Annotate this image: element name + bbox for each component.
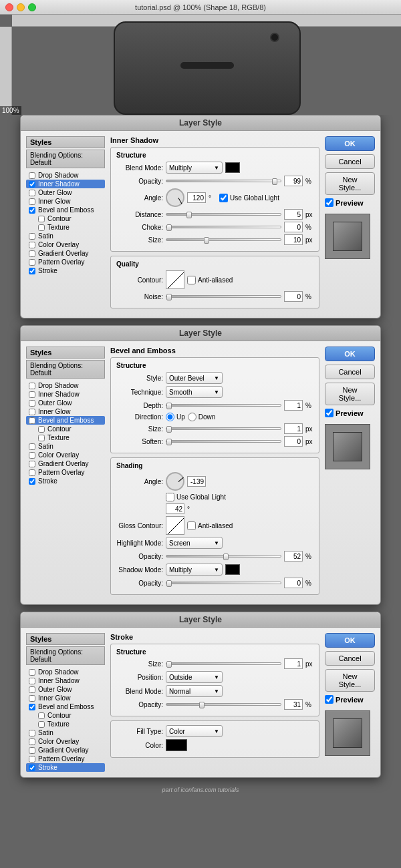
drop-shadow-check-3[interactable] (29, 669, 35, 676)
choke-value-1[interactable] (284, 222, 303, 232)
inner-shadow-check-3[interactable] (29, 678, 35, 684)
stroke-color-box-3[interactable] (166, 739, 187, 751)
blending-options-3[interactable]: Blending Options: Default (26, 646, 105, 665)
position-dropdown-3[interactable]: Outside ▼ (166, 671, 223, 683)
depth-thumb-2[interactable] (166, 403, 172, 409)
inner-glow-check-2[interactable] (29, 409, 35, 415)
cancel-button-1[interactable]: Cancel (325, 154, 375, 169)
depth-slider-2[interactable] (166, 404, 281, 407)
distance-slider-1[interactable] (166, 213, 281, 216)
style-bevel-emboss-1[interactable]: Bevel and Emboss (26, 206, 105, 214)
global-light-check-2[interactable] (166, 493, 174, 501)
inner-shadow-check-1[interactable] (29, 181, 35, 188)
ok-button-2[interactable]: OK (325, 347, 375, 361)
style-inner-glow-1[interactable]: Inner Glow (26, 197, 105, 206)
style-gradient-overlay-2[interactable]: Gradient Overlay (26, 459, 105, 468)
style-color-overlay-2[interactable]: Color Overlay (26, 451, 105, 459)
style-stroke-2[interactable]: Stroke (26, 477, 105, 485)
contour-check-2[interactable] (38, 426, 45, 433)
global-light-row-1[interactable]: Use Global Light (219, 194, 279, 202)
opacity-value-3[interactable] (284, 699, 303, 710)
outer-glow-check-1[interactable] (29, 190, 35, 196)
style-drop-shadow-1[interactable]: Drop Shadow (26, 171, 105, 180)
style-bevel-emboss-3[interactable]: Bevel and Emboss (26, 702, 105, 711)
angle-dial-2[interactable] (166, 472, 184, 491)
style-drop-shadow-3[interactable]: Drop Shadow (26, 668, 105, 676)
satin-check-1[interactable] (29, 233, 35, 240)
angle-value-2[interactable] (187, 476, 206, 487)
outer-glow-check-3[interactable] (29, 686, 35, 693)
pattern-overlay-check-1[interactable] (29, 259, 35, 266)
shadow-opacity-value-2[interactable] (284, 578, 303, 588)
blend-color-box-1[interactable] (225, 162, 240, 173)
style-color-overlay-3[interactable]: Color Overlay (26, 737, 105, 746)
size-thumb-2[interactable] (166, 426, 172, 433)
cancel-button-3[interactable]: Cancel (325, 651, 375, 666)
soften-value-2[interactable] (284, 436, 303, 447)
style-drop-shadow-2[interactable]: Drop Shadow (26, 381, 105, 390)
noise-thumb-1[interactable] (166, 294, 172, 300)
inner-glow-check-1[interactable] (29, 198, 35, 205)
opacity-thumb-3[interactable] (199, 702, 205, 708)
texture-check-2[interactable] (38, 435, 45, 441)
style-stroke-3[interactable]: Stroke (26, 763, 105, 772)
minimize-button[interactable] (17, 3, 25, 11)
shadow-mode-dropdown-2[interactable]: Multiply ▼ (166, 564, 223, 576)
style-outer-glow-2[interactable]: Outer Glow (26, 399, 105, 407)
outer-glow-check-2[interactable] (29, 400, 35, 407)
style-inner-shadow-3[interactable]: Inner Shadow (26, 676, 105, 685)
opacity-thumb-1[interactable] (272, 178, 277, 185)
style-texture-1[interactable]: Texture (26, 223, 105, 232)
size-value-1[interactable] (284, 234, 303, 245)
texture-check-1[interactable] (38, 224, 45, 231)
style-pattern-overlay-3[interactable]: Pattern Overlay (26, 754, 105, 763)
stroke-check-1[interactable] (29, 268, 35, 274)
style-inner-shadow-1[interactable]: Inner Shadow (26, 180, 105, 188)
drop-shadow-check-2[interactable] (29, 383, 35, 389)
style-stroke-1[interactable]: Stroke (26, 266, 105, 275)
noise-value-1[interactable] (284, 291, 303, 302)
style-contour-2[interactable]: Contour (26, 425, 105, 433)
style-bevel-emboss-2[interactable]: Bevel and Emboss (26, 416, 105, 425)
size-thumb-1[interactable] (204, 237, 209, 244)
close-button[interactable] (5, 3, 13, 11)
highlight-opacity-slider-2[interactable] (166, 555, 281, 558)
anti-aliased-check-2[interactable] (187, 521, 196, 530)
gradient-overlay-check-2[interactable] (29, 461, 35, 467)
pattern-overlay-check-3[interactable] (29, 756, 35, 763)
angle-value-1[interactable] (187, 192, 206, 203)
preview-check-row-1[interactable]: Preview (325, 198, 375, 207)
contour-check-1[interactable] (38, 216, 45, 222)
preview-check-3[interactable] (325, 695, 333, 704)
color-overlay-check-2[interactable] (29, 452, 35, 459)
gradient-overlay-check-3[interactable] (29, 747, 35, 754)
style-inner-glow-3[interactable]: Inner Glow (26, 694, 105, 702)
pattern-overlay-check-2[interactable] (29, 469, 35, 476)
texture-check-3[interactable] (38, 721, 45, 728)
new-style-button-1[interactable]: New Style... (325, 172, 375, 195)
size-slider-3[interactable] (166, 662, 281, 665)
style-satin-3[interactable]: Satin (26, 728, 105, 737)
size-slider-1[interactable] (166, 238, 281, 241)
bevel-emboss-check-1[interactable] (29, 207, 35, 214)
style-contour-3[interactable]: Contour (26, 711, 105, 720)
style-contour-1[interactable]: Contour (26, 214, 105, 223)
blend-mode-dropdown-3[interactable]: Normal ▼ (166, 685, 223, 697)
choke-thumb-1[interactable] (166, 224, 172, 231)
style-texture-3[interactable]: Texture (26, 720, 105, 728)
opacity-slider-1[interactable] (166, 180, 281, 182)
shadow-color-box-2[interactable] (225, 564, 240, 575)
blending-options-1[interactable]: Blending Options: Default (26, 150, 105, 168)
highlight-mode-dropdown-2[interactable]: Screen ▼ (166, 537, 223, 549)
angle-dial-1[interactable] (166, 188, 184, 207)
depth-value-2[interactable] (284, 400, 303, 411)
style-gradient-overlay-3[interactable]: Gradient Overlay (26, 746, 105, 754)
inner-glow-check-3[interactable] (29, 695, 35, 702)
cancel-button-2[interactable]: Cancel (325, 365, 375, 379)
altitude-value-2[interactable] (166, 503, 184, 514)
anti-aliased-check-1[interactable] (187, 276, 196, 284)
blending-options-2[interactable]: Blending Options: Default (26, 360, 105, 379)
satin-check-2[interactable] (29, 443, 35, 450)
style-inner-shadow-2[interactable]: Inner Shadow (26, 390, 105, 399)
style-inner-glow-2[interactable]: Inner Glow (26, 407, 105, 416)
